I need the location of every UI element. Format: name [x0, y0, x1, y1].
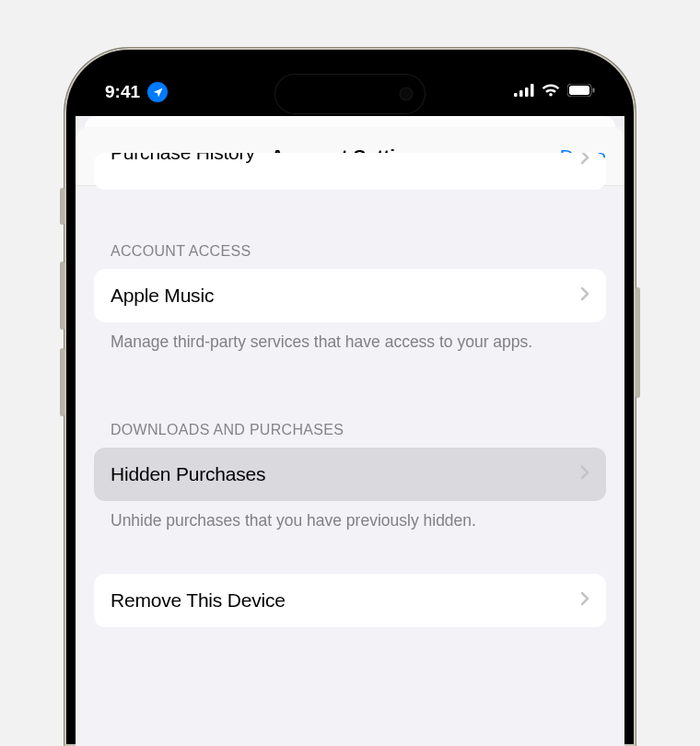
status-time: 9:41	[105, 82, 140, 102]
section-footer-downloads: Unhide purchases that you have previousl…	[94, 501, 606, 532]
modal-sheet: Account Settings Done Purchase History A…	[76, 127, 624, 746]
svg-rect-2	[525, 87, 529, 97]
sheet-body[interactable]: Purchase History ACCOUNT ACCESS Apple Mu…	[76, 153, 624, 627]
svg-rect-3	[531, 84, 534, 97]
section-header-downloads: DOWNLOADS AND PURCHASES	[94, 422, 606, 448]
section-footer-account-access: Manage third-party services that have ac…	[94, 322, 606, 354]
svg-rect-0	[514, 93, 518, 97]
row-label: Hidden Purchases	[111, 463, 265, 485]
cellular-signal-icon	[514, 84, 534, 100]
dynamic-island	[274, 74, 426, 114]
row-remove-device[interactable]: Remove This Device	[94, 574, 606, 627]
chevron-right-icon	[580, 153, 589, 169]
row-label: Apple Music	[111, 285, 214, 307]
content-area: Account Settings Done Purchase History A…	[76, 116, 624, 746]
battery-icon	[567, 84, 595, 100]
side-button-volume-down	[60, 348, 64, 416]
row-purchase-history[interactable]: Purchase History	[94, 153, 606, 190]
phone-screen: 9:41	[76, 59, 624, 746]
svg-rect-1	[519, 90, 523, 97]
row-apple-music[interactable]: Apple Music	[94, 269, 606, 322]
svg-rect-6	[593, 88, 595, 93]
chevron-right-icon	[580, 591, 589, 610]
phone-device-frame: 9:41	[64, 48, 636, 746]
chevron-right-icon	[580, 286, 589, 305]
side-button-volume-up	[60, 262, 64, 330]
location-icon	[147, 82, 168, 102]
row-label: Remove This Device	[111, 589, 286, 612]
side-button-power	[636, 287, 640, 398]
front-camera-icon	[400, 87, 413, 100]
row-hidden-purchases[interactable]: Hidden Purchases	[94, 448, 606, 501]
svg-rect-5	[569, 86, 589, 95]
row-label: Purchase History	[111, 153, 255, 164]
side-button-silence	[60, 188, 64, 225]
wifi-icon	[542, 84, 560, 101]
chevron-right-icon	[580, 465, 589, 484]
section-header-account-access: ACCOUNT ACCESS	[94, 243, 606, 269]
